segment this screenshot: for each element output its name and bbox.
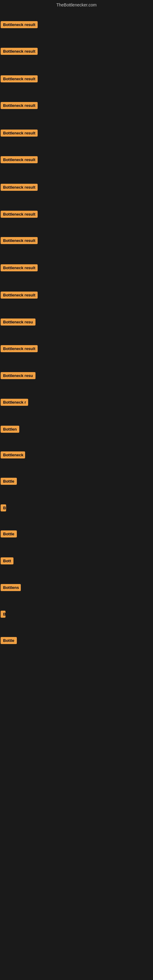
bottleneck-badge[interactable]: Bottle (1, 530, 17, 538)
bottleneck-badge[interactable]: Bottle (1, 478, 17, 485)
bottleneck-badge-row[interactable]: Bottleneck result (1, 291, 38, 300)
bottleneck-badge[interactable]: Bottleneck result (1, 211, 38, 218)
bottleneck-badge-row[interactable]: Bottleneck result (1, 130, 38, 138)
bottleneck-badge-row[interactable]: B (1, 504, 6, 513)
bottleneck-badge[interactable]: Bottleneck (1, 452, 25, 458)
bottleneck-badge[interactable]: Bottlens (1, 584, 21, 591)
bottleneck-badge-row[interactable]: Bottleneck r (1, 399, 28, 407)
bottleneck-badge[interactable]: Bottlen (1, 426, 19, 433)
bottleneck-badge[interactable]: Bottleneck result (1, 156, 38, 163)
bottleneck-badge[interactable]: Bottleneck result (1, 291, 38, 299)
bottleneck-badge-row[interactable]: Bott (1, 557, 13, 566)
bottleneck-badge[interactable]: Bottleneck result (1, 21, 38, 28)
bottleneck-badge[interactable]: Bottleneck result (1, 237, 38, 244)
bottleneck-badge-row[interactable]: B (1, 611, 5, 619)
bottleneck-badge-row[interactable]: Bottleneck result (1, 156, 38, 164)
bottleneck-badge-row[interactable]: Bottleneck resu (1, 372, 35, 380)
bottleneck-badge-row[interactable]: Bottleneck resu (1, 318, 35, 327)
bottleneck-badge-row[interactable]: Bottlen (1, 426, 19, 434)
bottleneck-badge-row[interactable]: Bottleneck result (1, 184, 38, 192)
bottleneck-badge[interactable]: Bottleneck result (1, 130, 38, 137)
bottleneck-badge[interactable]: B (1, 611, 5, 618)
bottleneck-badge-row[interactable]: Bottle (1, 530, 17, 539)
bottleneck-badge-row[interactable]: Bottle (1, 637, 17, 645)
bottleneck-badge[interactable]: Bottleneck result (1, 102, 38, 109)
bottleneck-badge-row[interactable]: Bottlens (1, 584, 21, 592)
bottleneck-badge[interactable]: B (1, 504, 6, 511)
bottleneck-badge[interactable]: Bottleneck result (1, 264, 38, 271)
bottleneck-badge[interactable]: Bottleneck result (1, 48, 38, 55)
bottleneck-badge[interactable]: Bott (1, 557, 13, 565)
site-title: TheBottlenecker.com (0, 0, 153, 10)
bottleneck-badge-row[interactable]: Bottleneck result (1, 264, 38, 272)
bottleneck-badge-row[interactable]: Bottleneck result (1, 75, 38, 84)
bottleneck-badge-row[interactable]: Bottle (1, 478, 17, 486)
bottleneck-badge-row[interactable]: Bottleneck result (1, 237, 38, 245)
bottleneck-badge-row[interactable]: Bottleneck (1, 452, 25, 460)
bottleneck-badge[interactable]: Bottleneck result (1, 75, 38, 83)
bottleneck-badge[interactable]: Bottleneck result (1, 345, 38, 352)
bottleneck-badge[interactable]: Bottleneck resu (1, 318, 35, 326)
bottleneck-badge-row[interactable]: Bottleneck result (1, 48, 38, 56)
bottleneck-badge[interactable]: Bottleneck r (1, 399, 28, 406)
bottleneck-badge-row[interactable]: Bottleneck result (1, 211, 38, 219)
bottleneck-badge[interactable]: Bottleneck result (1, 184, 38, 191)
bottleneck-badge[interactable]: Bottle (1, 637, 17, 644)
bottleneck-badge-row[interactable]: Bottleneck result (1, 102, 38, 110)
bottleneck-badge[interactable]: Bottleneck resu (1, 372, 35, 379)
bottleneck-badge-row[interactable]: Bottleneck result (1, 21, 38, 29)
bottleneck-badge-row[interactable]: Bottleneck result (1, 345, 38, 353)
